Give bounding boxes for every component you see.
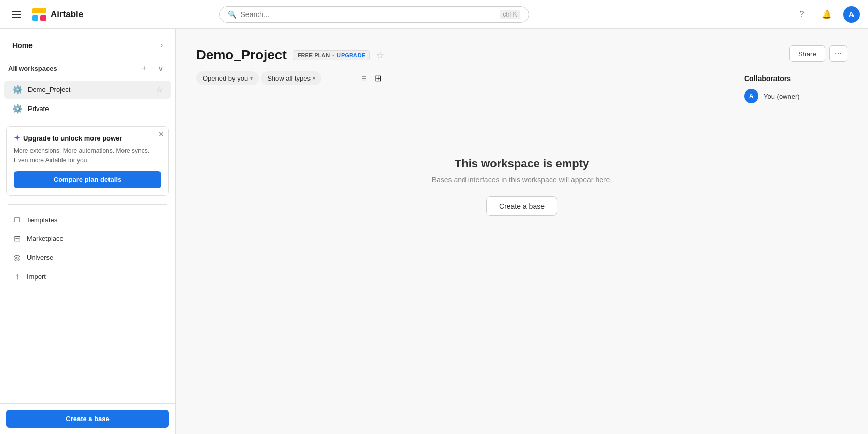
logo-text: Airtable	[51, 9, 83, 20]
sidebar-item-marketplace[interactable]: ⊟ Marketplace	[4, 229, 171, 247]
workspace-item-private[interactable]: ⚙️ Private	[4, 100, 171, 118]
upgrade-plan-link[interactable]: UPGRADE	[337, 52, 365, 58]
show-all-types-filter[interactable]: Show all types ▾	[261, 71, 321, 85]
collaborator-avatar: A	[744, 89, 758, 103]
sidebar-bottom: Create a base	[0, 403, 175, 434]
workspace-star-demo[interactable]: ☆	[156, 86, 163, 94]
collaborators-title: Collaborators	[744, 74, 847, 83]
sidebar-home-item[interactable]: Home ›	[4, 37, 171, 54]
search-icon: 🔍	[228, 10, 237, 19]
upgrade-close-button[interactable]: ✕	[158, 131, 164, 138]
search-shortcut: ctrl K	[500, 10, 520, 19]
content-area: Demo_Project FREE PLAN • UPGRADE ☆ Opene…	[176, 29, 868, 434]
view-toggle: ≡ ⊞	[359, 71, 384, 85]
sidebar: Home › All workspaces + ∨ ⚙️ Demo_Projec…	[0, 29, 176, 434]
compare-plans-button[interactable]: Compare plan details	[14, 171, 161, 188]
templates-label: Templates	[27, 216, 57, 224]
search-bar[interactable]: 🔍 ctrl K	[219, 6, 529, 23]
topnav-right: ? 🔔 A	[794, 6, 860, 23]
all-workspaces-label: All workspaces	[8, 65, 57, 72]
hamburger-icon	[10, 9, 23, 20]
main-layout: Home › All workspaces + ∨ ⚙️ Demo_Projec…	[0, 29, 868, 434]
more-options-icon: ···	[835, 49, 842, 58]
content-header-actions: Share ···	[789, 45, 847, 62]
svg-rect-1	[32, 16, 38, 21]
content-header: Demo_Project FREE PLAN • UPGRADE ☆ Opene…	[196, 45, 847, 103]
collaborator-item: A You (owner)	[744, 89, 847, 103]
search-input[interactable]	[241, 10, 496, 19]
svg-rect-2	[40, 16, 47, 21]
home-label: Home	[12, 41, 33, 50]
marketplace-icon: ⊟	[12, 234, 22, 243]
list-view-button[interactable]: ≡	[359, 72, 369, 85]
topnav-left: Airtable	[8, 6, 83, 23]
show-all-types-label: Show all types	[267, 74, 311, 82]
workspace-label-demo: Demo_Project	[28, 86, 151, 94]
sidebar-divider	[8, 204, 167, 205]
workspace-label-private: Private	[28, 105, 163, 113]
empty-state: This workspace is empty Bases and interf…	[196, 116, 847, 257]
marketplace-label: Marketplace	[27, 235, 64, 242]
workspace-actions: + ∨	[138, 62, 167, 74]
plan-label: FREE PLAN	[298, 52, 330, 58]
upgrade-title: ✦ Upgrade to unlock more power	[14, 134, 161, 142]
opened-by-chevron-icon: ▾	[250, 75, 253, 81]
create-base-sidebar-label: Create a base	[66, 415, 110, 423]
create-base-button[interactable]: Create a base	[486, 196, 557, 216]
empty-description: Bases and interfaces in this workspace w…	[432, 176, 612, 184]
collaborator-avatar-letter: A	[749, 92, 754, 100]
grid-view-button[interactable]: ⊞	[371, 71, 384, 85]
compare-plans-label: Compare plan details	[54, 176, 121, 183]
add-workspace-button[interactable]: +	[138, 62, 150, 74]
hamburger-button[interactable]	[8, 6, 25, 23]
plan-dot: •	[332, 52, 334, 58]
sidebar-item-import[interactable]: ↑ Import	[4, 268, 171, 285]
upgrade-description: More extensions. More automations. More …	[14, 146, 161, 165]
workspaces-section-header: All workspaces + ∨	[0, 58, 175, 79]
create-base-sidebar-button[interactable]: Create a base	[6, 410, 169, 428]
collaborator-name: You (owner)	[764, 92, 800, 100]
collapse-workspaces-button[interactable]: ∨	[154, 62, 167, 74]
content-title-row: Demo_Project FREE PLAN • UPGRADE ☆	[196, 47, 384, 63]
sparkle-icon: ✦	[14, 134, 20, 142]
opened-by-you-filter[interactable]: Opened by you ▾	[196, 71, 259, 85]
svg-rect-3	[32, 8, 47, 13]
sidebar-item-universe[interactable]: ◎ Universe	[4, 249, 171, 267]
universe-icon: ◎	[12, 253, 22, 262]
airtable-logo-icon	[31, 6, 48, 23]
help-icon: ?	[800, 10, 804, 19]
filter-row: Opened by you ▾ Show all types ▾ ≡ ⊞	[196, 71, 384, 85]
help-button[interactable]: ?	[794, 6, 810, 23]
plan-badge: FREE PLAN • UPGRADE	[293, 50, 370, 60]
workspace-icon-demo: ⚙️	[12, 85, 23, 95]
workspace-icon-private: ⚙️	[12, 104, 23, 114]
share-label: Share	[798, 50, 816, 58]
opened-by-you-label: Opened by you	[203, 74, 248, 82]
upgrade-title-text: Upgrade to unlock more power	[23, 134, 122, 142]
avatar-letter: A	[849, 10, 854, 19]
empty-title: This workspace is empty	[455, 157, 589, 171]
favorite-button[interactable]: ☆	[376, 50, 384, 61]
notifications-button[interactable]: 🔔	[818, 6, 835, 23]
create-base-label: Create a base	[499, 202, 545, 210]
upgrade-banner: ✕ ✦ Upgrade to unlock more power More ex…	[6, 126, 169, 196]
logo-area[interactable]: Airtable	[31, 6, 83, 23]
sidebar-scroll: Home › All workspaces + ∨ ⚙️ Demo_Projec…	[0, 29, 175, 403]
list-view-icon: ≡	[362, 74, 366, 83]
grid-view-icon: ⊞	[375, 74, 381, 83]
templates-icon: □	[12, 215, 22, 224]
sidebar-item-templates[interactable]: □ Templates	[4, 211, 171, 228]
workspace-title: Demo_Project	[196, 47, 287, 63]
star-icon: ☆	[376, 50, 384, 60]
more-options-button[interactable]: ···	[829, 45, 847, 62]
home-chevron-icon: ›	[161, 42, 163, 49]
import-icon: ↑	[12, 272, 22, 281]
collaborators-section: Collaborators A You (owner)	[744, 74, 847, 103]
bell-icon: 🔔	[822, 9, 832, 19]
topnav: Airtable 🔍 ctrl K ? 🔔 A	[0, 0, 868, 29]
workspace-item-demo[interactable]: ⚙️ Demo_Project ☆	[4, 81, 171, 99]
import-label: Import	[27, 273, 46, 281]
user-avatar-button[interactable]: A	[843, 6, 860, 23]
show-types-chevron-icon: ▾	[313, 75, 315, 81]
share-button[interactable]: Share	[789, 45, 825, 62]
